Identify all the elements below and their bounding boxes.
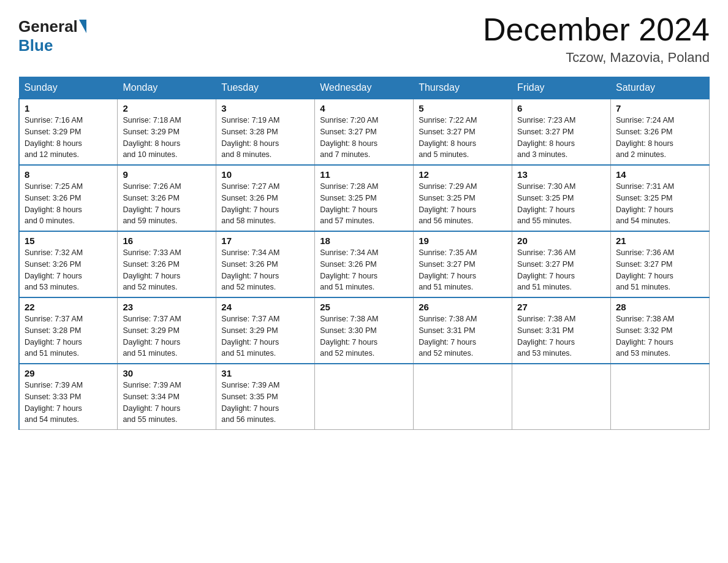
calendar-cell: 31Sunrise: 7:39 AMSunset: 3:35 PMDayligh… bbox=[216, 364, 315, 430]
weekday-header-tuesday: Tuesday bbox=[216, 77, 315, 99]
calendar-cell: 11Sunrise: 7:28 AMSunset: 3:25 PMDayligh… bbox=[315, 165, 414, 231]
weekday-header-wednesday: Wednesday bbox=[315, 77, 414, 99]
day-number: 29 bbox=[25, 368, 112, 378]
weekday-header-monday: Monday bbox=[118, 77, 216, 99]
day-info: Sunrise: 7:27 AMSunset: 3:26 PMDaylight:… bbox=[221, 181, 309, 227]
day-number: 13 bbox=[517, 169, 605, 180]
day-number: 9 bbox=[123, 169, 211, 180]
calendar-cell: 20Sunrise: 7:36 AMSunset: 3:27 PMDayligh… bbox=[512, 231, 611, 297]
calendar-week-row: 22Sunrise: 7:37 AMSunset: 3:28 PMDayligh… bbox=[19, 297, 710, 364]
day-info: Sunrise: 7:24 AMSunset: 3:26 PMDaylight:… bbox=[616, 115, 704, 161]
weekday-header-sunday: Sunday bbox=[19, 77, 118, 99]
day-number: 10 bbox=[221, 169, 309, 180]
calendar-cell: 3Sunrise: 7:19 AMSunset: 3:28 PMDaylight… bbox=[216, 99, 315, 165]
day-info: Sunrise: 7:28 AMSunset: 3:25 PMDaylight:… bbox=[320, 181, 408, 227]
day-info: Sunrise: 7:38 AMSunset: 3:32 PMDaylight:… bbox=[616, 313, 704, 359]
day-number: 28 bbox=[616, 302, 704, 312]
day-number: 15 bbox=[25, 236, 112, 246]
calendar-cell: 21Sunrise: 7:36 AMSunset: 3:27 PMDayligh… bbox=[611, 231, 710, 297]
calendar-cell: 27Sunrise: 7:38 AMSunset: 3:31 PMDayligh… bbox=[512, 297, 611, 364]
day-info: Sunrise: 7:34 AMSunset: 3:26 PMDaylight:… bbox=[320, 247, 408, 293]
calendar-cell: 1Sunrise: 7:16 AMSunset: 3:29 PMDaylight… bbox=[19, 99, 118, 165]
calendar-body: 1Sunrise: 7:16 AMSunset: 3:29 PMDaylight… bbox=[19, 99, 710, 430]
weekday-header-saturday: Saturday bbox=[611, 77, 710, 99]
logo-general-text: General bbox=[18, 17, 78, 36]
day-number: 3 bbox=[221, 103, 309, 113]
calendar-cell: 22Sunrise: 7:37 AMSunset: 3:28 PMDayligh… bbox=[19, 297, 118, 364]
day-number: 27 bbox=[517, 302, 605, 312]
page-header: General Blue December 2024 Tczow, Mazovi… bbox=[18, 12, 710, 66]
day-number: 23 bbox=[123, 302, 211, 312]
calendar-week-row: 1Sunrise: 7:16 AMSunset: 3:29 PMDaylight… bbox=[19, 99, 710, 165]
calendar-cell: 26Sunrise: 7:38 AMSunset: 3:31 PMDayligh… bbox=[414, 297, 512, 364]
weekday-header-friday: Friday bbox=[512, 77, 611, 99]
day-info: Sunrise: 7:38 AMSunset: 3:31 PMDaylight:… bbox=[419, 313, 507, 359]
calendar-cell: 19Sunrise: 7:35 AMSunset: 3:27 PMDayligh… bbox=[414, 231, 512, 297]
day-info: Sunrise: 7:20 AMSunset: 3:27 PMDaylight:… bbox=[320, 115, 408, 161]
day-info: Sunrise: 7:38 AMSunset: 3:31 PMDaylight:… bbox=[517, 313, 605, 359]
day-info: Sunrise: 7:37 AMSunset: 3:29 PMDaylight:… bbox=[221, 313, 309, 359]
weekday-header-row: SundayMondayTuesdayWednesdayThursdayFrid… bbox=[19, 77, 710, 99]
calendar-table: SundayMondayTuesdayWednesdayThursdayFrid… bbox=[18, 77, 710, 430]
calendar-cell: 23Sunrise: 7:37 AMSunset: 3:29 PMDayligh… bbox=[118, 297, 216, 364]
day-info: Sunrise: 7:37 AMSunset: 3:29 PMDaylight:… bbox=[123, 313, 211, 359]
calendar-cell: 10Sunrise: 7:27 AMSunset: 3:26 PMDayligh… bbox=[216, 165, 315, 231]
calendar-cell: 17Sunrise: 7:34 AMSunset: 3:26 PMDayligh… bbox=[216, 231, 315, 297]
calendar-cell: 18Sunrise: 7:34 AMSunset: 3:26 PMDayligh… bbox=[315, 231, 414, 297]
calendar-cell: 24Sunrise: 7:37 AMSunset: 3:29 PMDayligh… bbox=[216, 297, 315, 364]
calendar-cell: 9Sunrise: 7:26 AMSunset: 3:26 PMDaylight… bbox=[118, 165, 216, 231]
calendar-cell bbox=[611, 364, 710, 430]
day-info: Sunrise: 7:39 AMSunset: 3:35 PMDaylight:… bbox=[221, 380, 309, 426]
calendar-header: SundayMondayTuesdayWednesdayThursdayFrid… bbox=[19, 77, 710, 99]
day-number: 12 bbox=[419, 169, 507, 180]
calendar-cell: 7Sunrise: 7:24 AMSunset: 3:26 PMDaylight… bbox=[611, 99, 710, 165]
day-number: 6 bbox=[517, 103, 605, 113]
day-number: 26 bbox=[419, 302, 507, 312]
day-info: Sunrise: 7:32 AMSunset: 3:26 PMDaylight:… bbox=[25, 247, 112, 293]
day-number: 25 bbox=[320, 302, 408, 312]
day-number: 5 bbox=[419, 103, 507, 113]
day-number: 14 bbox=[616, 169, 704, 180]
day-info: Sunrise: 7:26 AMSunset: 3:26 PMDaylight:… bbox=[123, 181, 211, 227]
logo-blue-text: Blue bbox=[18, 36, 53, 55]
day-number: 8 bbox=[25, 169, 112, 180]
logo-arrow-icon bbox=[79, 20, 86, 33]
calendar-cell: 25Sunrise: 7:38 AMSunset: 3:30 PMDayligh… bbox=[315, 297, 414, 364]
calendar-cell: 4Sunrise: 7:20 AMSunset: 3:27 PMDaylight… bbox=[315, 99, 414, 165]
day-info: Sunrise: 7:31 AMSunset: 3:25 PMDaylight:… bbox=[616, 181, 704, 227]
day-number: 19 bbox=[419, 236, 507, 246]
calendar-cell: 30Sunrise: 7:39 AMSunset: 3:34 PMDayligh… bbox=[118, 364, 216, 430]
day-number: 24 bbox=[221, 302, 309, 312]
calendar-cell: 12Sunrise: 7:29 AMSunset: 3:25 PMDayligh… bbox=[414, 165, 512, 231]
day-number: 21 bbox=[616, 236, 704, 246]
day-number: 1 bbox=[25, 103, 112, 113]
calendar-cell: 2Sunrise: 7:18 AMSunset: 3:29 PMDaylight… bbox=[118, 99, 216, 165]
calendar-week-row: 15Sunrise: 7:32 AMSunset: 3:26 PMDayligh… bbox=[19, 231, 710, 297]
day-info: Sunrise: 7:37 AMSunset: 3:28 PMDaylight:… bbox=[25, 313, 112, 359]
day-number: 20 bbox=[517, 236, 605, 246]
calendar-cell bbox=[414, 364, 512, 430]
month-title: December 2024 bbox=[483, 12, 710, 47]
day-info: Sunrise: 7:35 AMSunset: 3:27 PMDaylight:… bbox=[419, 247, 507, 293]
day-info: Sunrise: 7:18 AMSunset: 3:29 PMDaylight:… bbox=[123, 115, 211, 161]
day-number: 31 bbox=[221, 368, 309, 378]
day-number: 2 bbox=[123, 103, 211, 113]
day-number: 16 bbox=[123, 236, 211, 246]
calendar-cell: 14Sunrise: 7:31 AMSunset: 3:25 PMDayligh… bbox=[611, 165, 710, 231]
calendar-cell: 6Sunrise: 7:23 AMSunset: 3:27 PMDaylight… bbox=[512, 99, 611, 165]
day-number: 11 bbox=[320, 169, 408, 180]
calendar-cell: 5Sunrise: 7:22 AMSunset: 3:27 PMDaylight… bbox=[414, 99, 512, 165]
calendar-week-row: 8Sunrise: 7:25 AMSunset: 3:26 PMDaylight… bbox=[19, 165, 710, 231]
day-info: Sunrise: 7:39 AMSunset: 3:33 PMDaylight:… bbox=[25, 380, 112, 426]
day-info: Sunrise: 7:22 AMSunset: 3:27 PMDaylight:… bbox=[419, 115, 507, 161]
day-info: Sunrise: 7:33 AMSunset: 3:26 PMDaylight:… bbox=[123, 247, 211, 293]
day-number: 7 bbox=[616, 103, 704, 113]
day-info: Sunrise: 7:19 AMSunset: 3:28 PMDaylight:… bbox=[221, 115, 309, 161]
day-number: 30 bbox=[123, 368, 211, 378]
day-number: 22 bbox=[25, 302, 112, 312]
day-info: Sunrise: 7:25 AMSunset: 3:26 PMDaylight:… bbox=[25, 181, 112, 227]
day-info: Sunrise: 7:34 AMSunset: 3:26 PMDaylight:… bbox=[221, 247, 309, 293]
day-number: 17 bbox=[221, 236, 309, 246]
calendar-cell: 8Sunrise: 7:25 AMSunset: 3:26 PMDaylight… bbox=[19, 165, 118, 231]
day-info: Sunrise: 7:36 AMSunset: 3:27 PMDaylight:… bbox=[517, 247, 605, 293]
